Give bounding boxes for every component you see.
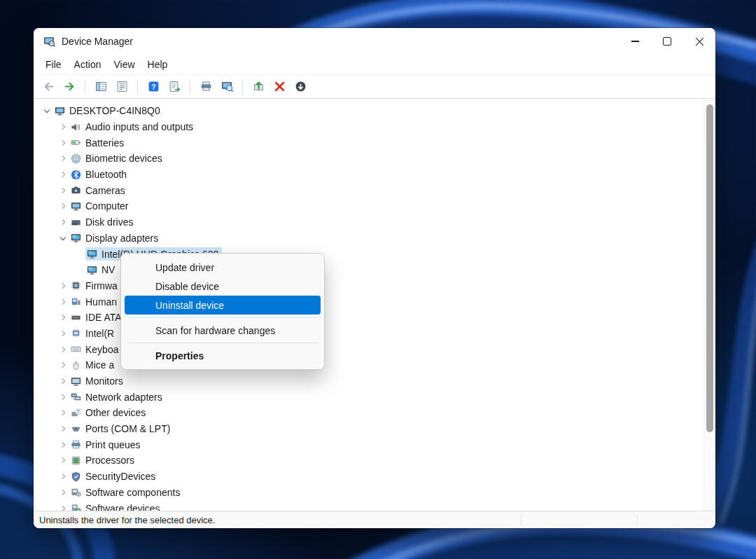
export-list-icon[interactable] [165,78,183,96]
tree-item-computer[interactable]: Computer [34,198,704,214]
window-title: Device Manager [62,36,133,47]
tree-item-processors[interactable]: Processors [34,453,704,469]
chevron-right-icon[interactable] [57,454,69,467]
console-tree-icon[interactable] [92,78,110,96]
chevron-right-icon[interactable] [57,120,69,133]
chevron-right-icon[interactable] [57,137,69,149]
tree-item-software-components[interactable]: Software components [34,485,704,501]
tree-item-network-adapters[interactable]: Network adapters [34,389,704,405]
tree-item-audio-inputs-and-outputs[interactable]: Audio inputs and outputs [34,119,704,135]
properties-icon[interactable] [113,78,131,96]
context-menu-item-disable-device[interactable]: Disable device [125,277,321,296]
software2-icon [71,503,81,511]
tree-item-cameras[interactable]: Cameras [34,182,704,198]
tree-item-label: Bluetooth [85,170,127,179]
chevron-right-icon[interactable] [57,184,69,197]
chevron-right-icon[interactable] [57,216,69,228]
chevron-right-icon[interactable] [57,168,69,181]
tree-item-label: DESKTOP-C4IN8Q0 [69,106,160,116]
chevron-right-icon[interactable] [57,152,69,165]
camera-icon [71,185,81,195]
menu-bar: FileActionViewHelp [34,55,715,74]
processor-icon [71,455,81,466]
tree-item-label: Network adapters [85,392,162,402]
tree-item-biometric-devices[interactable]: Biometric devices [34,151,704,167]
maximize-icon [663,37,671,46]
title-bar[interactable]: Device Manager [34,28,715,55]
tree-item-batteries[interactable]: Batteries [34,134,704,151]
chevron-down-icon[interactable] [41,104,53,117]
scrollbar[interactable] [704,99,715,511]
pc-icon [71,201,81,212]
chevron-right-icon[interactable] [57,470,69,483]
context-menu: Update driverDisable deviceUninstall dev… [120,253,325,370]
chevron-right-icon[interactable] [57,296,69,308]
minimize-icon [631,41,639,41]
chevron-right-icon[interactable] [57,391,69,403]
chevron-right-icon[interactable] [57,502,69,511]
tree-item-ports-com-lpt[interactable]: Ports (COM & LPT) [34,421,704,437]
port-icon [71,424,81,434]
tree-item-label: Disk drives [85,217,133,227]
tree-item-label: Biometric devices [85,153,162,163]
tree-item-display-adapters[interactable]: Display adapters [34,230,704,247]
tree-item-label: IDE ATA [85,312,122,322]
tree-item-label: Processors [85,455,134,465]
toolbar-separator [190,80,190,94]
tree-item-desktop-c4in8q0[interactable]: DESKTOP-C4IN8Q0 [34,103,704,119]
chevron-right-icon[interactable] [57,343,69,356]
tree-item-label: Intel(R [85,329,114,338]
chevron-right-icon[interactable] [57,486,69,499]
software-icon [71,487,81,497]
help-icon[interactable]: ? [144,78,162,96]
svg-text:?: ? [151,83,155,91]
menu-help[interactable]: Help [141,57,174,72]
context-menu-item-uninstall-device[interactable]: Uninstall device [125,296,321,315]
forward-icon[interactable] [60,78,78,96]
window-controls [619,28,715,55]
tree-item-other-devices[interactable]: ?Other devices [34,405,704,421]
tree-item-disk-drives[interactable]: Disk drives [34,214,704,230]
context-menu-item-scan-for-hardware-changes[interactable]: Scan for hardware changes [125,321,321,340]
tree-item-label: NV [102,265,115,275]
toolbar-separator [137,80,138,94]
chevron-right-icon[interactable] [57,375,69,387]
tree-item-software-devices[interactable]: Software devices [34,500,704,511]
tree-item-securitydevices[interactable]: SecurityDevices [34,469,704,485]
chevron-right-icon[interactable] [57,439,69,451]
chevron-right-icon[interactable] [57,280,69,292]
tree-item-print-queues[interactable]: Print queues [34,436,704,453]
chevron-right-icon[interactable] [57,311,69,324]
scan-hardware-icon[interactable] [218,78,236,96]
print-icon[interactable] [197,78,215,96]
back-icon[interactable] [39,78,57,96]
menu-action[interactable]: Action [68,57,108,72]
tree-item-label: SecurityDevices [85,471,155,481]
tree-item-label: Batteries [85,138,124,148]
status-bar: Uninstalls the driver for the selected d… [34,511,715,528]
chevron-right-icon[interactable] [57,406,69,419]
chevron-right-icon[interactable] [57,327,69,340]
maximize-button[interactable] [651,28,683,55]
tree-item-label: Monitors [85,376,123,386]
tree-item-label: Mice a [85,360,114,370]
context-menu-item-update-driver[interactable]: Update driver [125,258,321,277]
close-button[interactable] [683,28,715,55]
tree-item-label: Firmwa [85,281,118,291]
chevron-right-icon[interactable] [57,359,69,371]
minimize-button[interactable] [619,28,651,55]
mouse-icon [71,360,81,371]
uninstall-device-icon[interactable] [270,78,288,96]
tree-item-monitors[interactable]: Monitors [34,373,704,389]
tree-item-bluetooth[interactable]: Bluetooth [34,167,704,183]
update-driver-icon[interactable] [249,78,267,96]
chevron-down-icon[interactable] [57,232,69,244]
printer-icon [71,439,81,450]
scrollbar-thumb[interactable] [706,104,713,432]
disable-device-icon[interactable] [291,78,309,96]
chevron-right-icon[interactable] [57,200,69,212]
menu-view[interactable]: View [107,57,141,72]
context-menu-item-properties[interactable]: Properties [125,346,321,365]
menu-file[interactable]: File [39,57,68,72]
chevron-right-icon[interactable] [57,422,69,435]
